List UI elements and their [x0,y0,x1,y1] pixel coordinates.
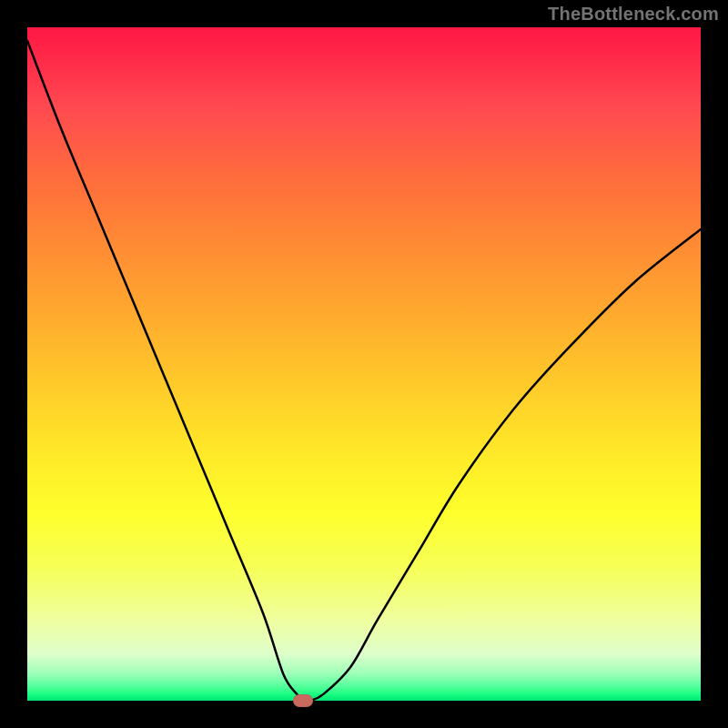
chart-frame: TheBottleneck.com [0,0,728,728]
plot-area [27,27,701,701]
selected-point-marker [293,694,313,707]
bottleneck-curve-svg [27,27,701,701]
bottleneck-curve [27,41,701,701]
watermark-text: TheBottleneck.com [548,4,719,25]
